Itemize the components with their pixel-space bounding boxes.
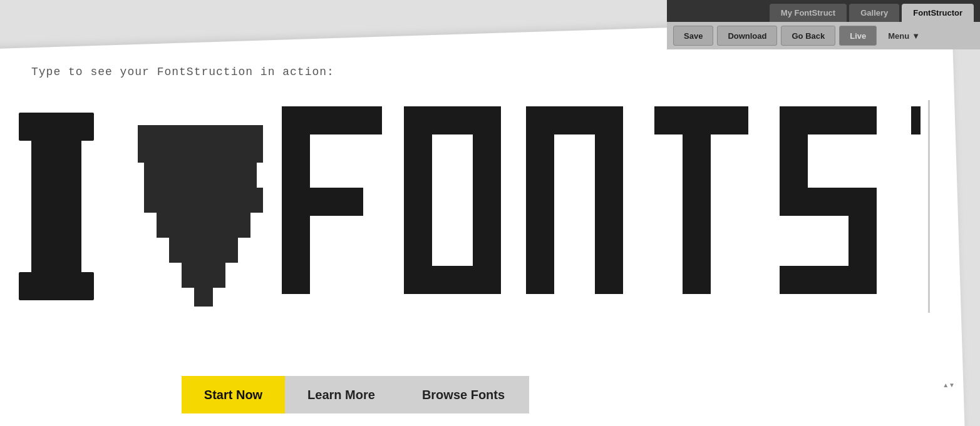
learn-more-button[interactable]: Learn More: [285, 376, 398, 413]
svg-rect-1: [19, 113, 94, 141]
svg-rect-36: [780, 106, 808, 216]
svg-rect-23: [282, 188, 363, 216]
svg-rect-13: [169, 238, 238, 263]
svg-rect-19: [138, 125, 157, 163]
svg-rect-16: [169, 125, 232, 150]
menu-label: Menu: [888, 31, 909, 41]
svg-rect-14: [182, 263, 225, 288]
svg-rect-12: [157, 213, 250, 238]
svg-rect-37: [848, 188, 877, 294]
svg-rect-17: [169, 150, 232, 175]
svg-rect-26: [404, 106, 432, 294]
svg-rect-15: [194, 288, 213, 307]
subtitle-text: Type to see your FontStruction in action…: [31, 66, 334, 78]
svg-rect-18: [169, 175, 232, 200]
live-button[interactable]: Live: [839, 26, 877, 46]
tab-gallery[interactable]: Gallery: [849, 4, 899, 22]
svg-rect-2: [19, 272, 94, 300]
svg-rect-38: [911, 106, 921, 134]
menu-button[interactable]: Menu ▼: [880, 28, 927, 44]
download-button[interactable]: Download: [717, 26, 777, 46]
svg-rect-30: [595, 106, 623, 294]
svg-rect-27: [473, 106, 501, 294]
right-border-line: [928, 100, 930, 313]
tab-my-fontstruct[interactable]: My FontStruct: [770, 4, 847, 22]
font-display-area: [13, 100, 921, 313]
toolbar-row: Save Download Go Back Live Menu ▼: [667, 22, 980, 49]
page-container: My FontStruct Gallery FontStructor Save …: [0, 0, 980, 426]
svg-rect-22: [282, 106, 382, 134]
navigation-area: My FontStruct Gallery FontStructor Save …: [667, 0, 980, 49]
menu-arrow-icon: ▼: [912, 31, 920, 41]
scroll-indicator: ▲▼: [942, 382, 955, 388]
start-now-button[interactable]: Start Now: [182, 376, 285, 413]
nav-tabs-row: My FontStruct Gallery FontStructor: [667, 0, 980, 22]
cta-buttons-row: Start Now Learn More Browse Fonts: [182, 376, 529, 413]
go-back-button[interactable]: Go Back: [781, 26, 835, 46]
svg-rect-32: [683, 106, 711, 294]
tab-fontstructor[interactable]: FontStructor: [902, 4, 974, 22]
pixel-art-text: [13, 100, 921, 313]
browse-fonts-button[interactable]: Browse Fonts: [398, 376, 529, 413]
save-button[interactable]: Save: [673, 26, 713, 46]
svg-rect-20: [244, 125, 263, 163]
page-content: Type to see your FontStruction in action…: [0, 0, 980, 426]
